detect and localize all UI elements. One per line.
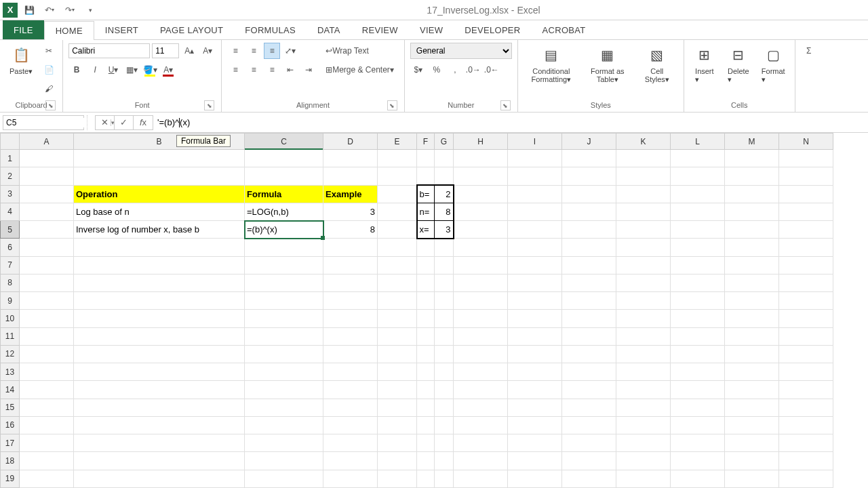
cell-L5[interactable]: [671, 221, 725, 239]
cell-L18[interactable]: [671, 452, 725, 470]
cell-J3[interactable]: [562, 185, 616, 203]
delete-cells-button[interactable]: ⊟Delete▾: [724, 43, 753, 85]
cell-F9[interactable]: [417, 292, 435, 310]
cell-K3[interactable]: [616, 185, 671, 203]
cell-G1[interactable]: [435, 150, 454, 167]
cell-H2[interactable]: [454, 167, 508, 185]
row-header-1[interactable]: 1: [1, 150, 20, 167]
cell-B15[interactable]: [74, 399, 245, 416]
col-header-G[interactable]: G: [435, 134, 454, 150]
cell-C5[interactable]: =(b)^(x): [245, 221, 323, 239]
cell-L13[interactable]: [671, 363, 725, 381]
save-button[interactable]: 💾: [20, 1, 38, 19]
cell-A7[interactable]: [20, 256, 74, 274]
cell-J13[interactable]: [562, 363, 616, 381]
cell-F6[interactable]: [417, 239, 435, 256]
cell-B12[interactable]: [74, 345, 245, 363]
decrease-font-button[interactable]: A▾: [199, 43, 216, 59]
cell-L16[interactable]: [671, 416, 725, 434]
paste-button[interactable]: 📋 Paste▾: [5, 43, 37, 77]
cell-G2[interactable]: [435, 167, 454, 185]
row-header-17[interactable]: 17: [1, 434, 20, 452]
cell-H10[interactable]: [454, 310, 508, 327]
row-header-9[interactable]: 9: [1, 292, 20, 310]
cell-M19[interactable]: [725, 470, 779, 487]
cell-F2[interactable]: [417, 167, 435, 185]
clipboard-launcher[interactable]: ⬊: [45, 100, 56, 110]
cell-F18[interactable]: [417, 452, 435, 470]
cell-I14[interactable]: [508, 381, 562, 399]
cell-F4[interactable]: n=: [417, 203, 435, 220]
cell-E4[interactable]: [378, 203, 417, 220]
cell-K16[interactable]: [616, 416, 671, 434]
worksheet-grid[interactable]: ABCDEFGHIJKLMN123OperationFormulaExample…: [0, 133, 868, 488]
row-header-12[interactable]: 12: [1, 345, 20, 363]
cell-M1[interactable]: [725, 150, 779, 167]
fill-color-button[interactable]: 🪣▾: [142, 62, 158, 78]
cell-A1[interactable]: [20, 150, 74, 167]
undo-button[interactable]: ↶▾: [41, 1, 58, 19]
cell-J8[interactable]: [562, 274, 616, 291]
cell-D12[interactable]: [323, 345, 378, 363]
qat-customize-button[interactable]: ▾: [81, 1, 99, 19]
cell-B1[interactable]: [74, 150, 245, 167]
cell-K19[interactable]: [616, 470, 671, 487]
cell-K2[interactable]: [616, 167, 671, 185]
cell-D13[interactable]: [323, 363, 378, 381]
cell-I7[interactable]: [508, 256, 562, 274]
italic-button[interactable]: I: [87, 62, 103, 78]
cell-N16[interactable]: [779, 416, 833, 434]
cell-N19[interactable]: [779, 470, 833, 487]
cell-J18[interactable]: [562, 452, 616, 470]
row-header-14[interactable]: 14: [1, 381, 20, 399]
cell-N14[interactable]: [779, 381, 833, 399]
cell-J7[interactable]: [562, 256, 616, 274]
cell-N1[interactable]: [779, 150, 833, 167]
accounting-format-button[interactable]: $▾: [410, 62, 427, 78]
align-top-button[interactable]: ≡: [227, 43, 243, 59]
font-color-button[interactable]: A▾: [160, 62, 176, 78]
cell-B5[interactable]: Inverse log of number x, base b: [74, 221, 245, 239]
cell-M18[interactable]: [725, 452, 779, 470]
cell-A13[interactable]: [20, 363, 74, 381]
borders-button[interactable]: ▦▾: [123, 62, 140, 78]
cell-H19[interactable]: [454, 470, 508, 487]
cell-B16[interactable]: [74, 416, 245, 434]
cell-C1[interactable]: [245, 150, 323, 167]
cell-L14[interactable]: [671, 381, 725, 399]
cell-D10[interactable]: [323, 310, 378, 327]
cell-A17[interactable]: [20, 434, 74, 452]
bold-button[interactable]: B: [68, 62, 85, 78]
cell-G13[interactable]: [435, 363, 454, 381]
cell-I10[interactable]: [508, 310, 562, 327]
cell-I15[interactable]: [508, 399, 562, 416]
cell-D8[interactable]: [323, 274, 378, 291]
cell-I8[interactable]: [508, 274, 562, 291]
cell-L9[interactable]: [671, 292, 725, 310]
cell-N18[interactable]: [779, 452, 833, 470]
insert-cells-button[interactable]: ⊞Insert▾: [690, 43, 719, 85]
row-header-3[interactable]: 3: [1, 185, 20, 203]
row-header-10[interactable]: 10: [1, 310, 20, 327]
cell-G4[interactable]: 8: [435, 203, 454, 220]
row-header-4[interactable]: 4: [1, 203, 20, 220]
cell-M9[interactable]: [725, 292, 779, 310]
cell-B8[interactable]: [74, 274, 245, 291]
cell-I18[interactable]: [508, 452, 562, 470]
cell-L1[interactable]: [671, 150, 725, 167]
cell-N17[interactable]: [779, 434, 833, 452]
cell-L11[interactable]: [671, 327, 725, 345]
col-header-I[interactable]: I: [508, 134, 562, 150]
row-header-18[interactable]: 18: [1, 452, 20, 470]
cell-C17[interactable]: [245, 434, 323, 452]
cell-M10[interactable]: [725, 310, 779, 327]
copy-button[interactable]: 📄: [41, 62, 57, 78]
col-header-D[interactable]: D: [323, 134, 378, 150]
cell-C16[interactable]: [245, 416, 323, 434]
number-launcher[interactable]: ⬊: [500, 100, 511, 110]
cell-C8[interactable]: [245, 274, 323, 291]
cell-G14[interactable]: [435, 381, 454, 399]
cell-E6[interactable]: [378, 239, 417, 256]
cell-L2[interactable]: [671, 167, 725, 185]
cell-H14[interactable]: [454, 381, 508, 399]
